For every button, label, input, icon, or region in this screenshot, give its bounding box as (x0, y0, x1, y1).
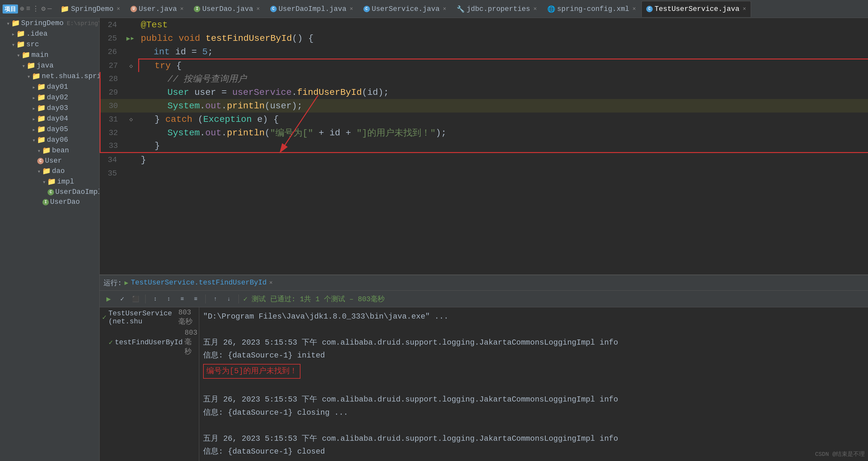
fn-println: println (227, 101, 265, 111)
sidebar-item-main[interactable]: 📁 main (0, 50, 99, 60)
tab-spring-config-xml[interactable]: 🌐 spring-config.xml × (542, 1, 641, 17)
run-left-panel: ✓ TestUserService (net.shu 803毫秒 ✓ testF… (100, 307, 199, 461)
sidebar-item-day03[interactable]: 📁 day03 (0, 103, 99, 114)
tab-close-spring-config-xml[interactable]: × (632, 6, 636, 12)
tab-close-userdaoimpl-java[interactable]: × (350, 6, 353, 12)
tab-userdaoimpl-java[interactable]: C UserDaoImpl.java × (266, 1, 358, 17)
line-content-26[interactable]: int id = 5; (138, 45, 868, 59)
toolbar-icon-5[interactable]: — (48, 5, 52, 13)
sidebar-item-dao[interactable]: 📁 dao (0, 166, 99, 177)
sidebar-item-day04[interactable]: 📁 day04 (0, 114, 99, 124)
line-number-29: 29 (101, 86, 123, 99)
line-content-30[interactable]: System.out.println(user); (139, 99, 868, 113)
run-play-btn[interactable]: ▶ (103, 294, 114, 304)
tab-userdao-java[interactable]: I UserDao.java × (189, 1, 265, 17)
run-content: "D:\Program Files\Java\jdk1.8.0_333\bin\… (199, 307, 868, 461)
sidebar-label-day02: day02 (47, 94, 68, 101)
sidebar-item-userdaoimpl[interactable]: C UserDaoImpl (0, 187, 99, 197)
sidebar-item-bean[interactable]: 📁 bean (0, 145, 99, 156)
tab-label-testuserservice-java: TestUserService.java (655, 5, 740, 13)
plain-dot5: . (221, 128, 227, 138)
toolbar-icon-2[interactable]: ≡ (26, 5, 30, 13)
line-number-25: 25 (100, 31, 122, 45)
run-up-btn[interactable]: ↑ (210, 294, 220, 304)
folder-icon-day03: 📁 (37, 104, 45, 113)
sidebar-label-src: src (26, 40, 39, 49)
line-content-34[interactable]: } (138, 153, 868, 166)
line-gutter-32 (123, 126, 139, 140)
run-close[interactable]: × (269, 280, 273, 286)
line-content-28[interactable]: // 按编号查询用户 (139, 72, 868, 86)
tab-springdemo[interactable]: 📁 SpringDemo × (56, 1, 125, 17)
run-gutter-icon[interactable]: ▶ (126, 34, 130, 42)
plain-paren: () { (292, 33, 313, 43)
code-line-28: 28 // 按编号查询用户 (100, 72, 868, 86)
line-content-35[interactable] (138, 166, 868, 180)
sidebar-label-day05: day05 (47, 125, 68, 133)
code-line-25: 25 ▶ ▶ public void testFindUserById() { (100, 31, 868, 45)
sidebar-item-src[interactable]: 📁 src (0, 39, 99, 50)
line-gutter-25: ▶ ▶ (122, 31, 138, 45)
line-content-24[interactable]: @Test (138, 18, 868, 31)
sidebar-item-idea[interactable]: 📁 .idea (0, 29, 99, 39)
bookmark-27: ◇ (129, 62, 133, 69)
fn-finduser: findUserById (297, 87, 362, 97)
plain-semi: ; (208, 47, 213, 57)
folder-icon-day01: 📁 (37, 83, 45, 91)
tab-close-springdemo[interactable]: × (117, 6, 120, 12)
line-gutter-35 (122, 166, 138, 180)
tab-user-java[interactable]: U User.java × (126, 1, 189, 17)
plain-catch-var: e) { (252, 115, 279, 124)
folder-icon-net-shuai: 📁 (32, 72, 40, 81)
sidebar-label-day06: day06 (47, 136, 68, 144)
line-content-33[interactable]: } (139, 140, 868, 152)
run-down-btn[interactable]: ↓ (224, 294, 234, 304)
tab-close-testuserservice-java[interactable]: × (743, 6, 746, 12)
line-content-27[interactable]: try { (139, 59, 868, 72)
run-filter-btn1[interactable]: ≡ (177, 294, 187, 304)
run-stop-btn[interactable]: ⬛ (130, 294, 141, 304)
tab-label-userdaoimpl-java: UserDaoImpl.java (279, 5, 346, 13)
sidebar-item-impl[interactable]: 📁 impl (0, 177, 99, 187)
sidebar-item-userdao[interactable]: I UserDao (0, 197, 99, 207)
tab-close-user-java[interactable]: × (180, 6, 184, 12)
run-filter-btn2[interactable]: ≡ (191, 294, 201, 304)
tab-close-jdbc-properties[interactable]: × (533, 6, 537, 12)
tab-userservice-java[interactable]: C UserService.java × (359, 1, 451, 17)
sidebar-item-net-shuai[interactable]: 📁 net.shuai.spring (0, 71, 99, 82)
sidebar-item-day02[interactable]: 📁 day02 (0, 92, 99, 103)
line-content-32[interactable]: System.out.println("编号为[" + id + "]的用户未找… (139, 126, 868, 140)
code-line-27: 27 ◇ try { (138, 59, 868, 72)
run-output-line-10: 信息: {dataSource-1} closed (203, 445, 864, 458)
sidebar-item-day01[interactable]: 📁 day01 (0, 82, 99, 92)
toolbar-icon-4[interactable]: ⚙ (41, 4, 45, 13)
line-gutter-26 (122, 45, 138, 59)
sidebar-item-java[interactable]: 📁 java (0, 60, 99, 71)
line-content-25[interactable]: public void testFindUserById() { (138, 31, 868, 45)
toolbar-icon-3[interactable]: ⋮ (32, 4, 39, 13)
toolbar-icon-1[interactable]: ⊕ (20, 4, 24, 13)
sidebar-item-user[interactable]: C User (0, 156, 99, 166)
run-left-item-testfinduser[interactable]: ✓ testFindUserById 803毫秒 (100, 328, 199, 358)
sidebar-item-springdemo[interactable]: 📁 SpringDemo E:\spring\JAVA\SpringDem (0, 18, 99, 29)
run-rerun-btn[interactable]: ✓ (117, 294, 127, 304)
tab-jdbc-properties[interactable]: 🔧 jdbc.properties × (452, 1, 542, 17)
run-sort-btn1[interactable]: ↕ (150, 294, 160, 304)
tab-label-user-java: User.java (139, 5, 177, 13)
run-sort-btn2[interactable]: ↕ (163, 294, 174, 304)
tab-close-userservice-java[interactable]: × (443, 6, 446, 12)
run-item-label-testfinduser: testFindUserById (115, 339, 183, 346)
run-output-line-8 (203, 420, 864, 432)
tab-testuserservice-java[interactable]: C TestUserService.java × (642, 1, 751, 17)
line-content-29[interactable]: User user = userService.findUserById(id)… (139, 86, 868, 99)
line-content-31[interactable]: } catch (Exception e) { (139, 113, 868, 126)
run-gutter-icon2[interactable]: ▶ (131, 35, 134, 41)
sidebar-item-day05[interactable]: 📁 day05 (0, 124, 99, 135)
str-suffix: "]的用户未找到！" (356, 127, 435, 139)
plain-user-arg: (user); (265, 101, 303, 111)
tab-close-userdao-java[interactable]: × (256, 6, 260, 12)
code-line-33: 33 } (100, 140, 868, 153)
sidebar-item-day06[interactable]: 📁 day06 (0, 135, 99, 145)
arrow-dao (37, 168, 41, 175)
run-left-item-testuserservice[interactable]: ✓ TestUserService (net.shu 803毫秒 (100, 307, 199, 328)
